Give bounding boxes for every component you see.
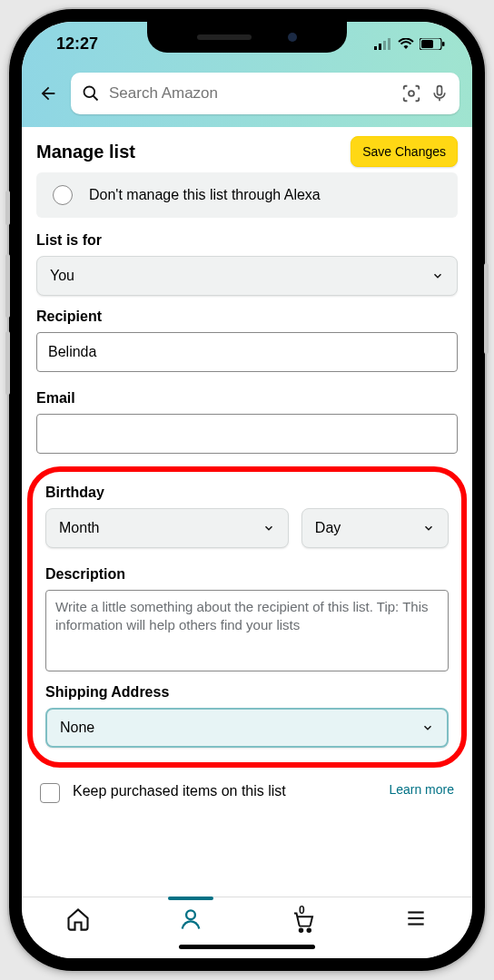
- microphone-icon[interactable]: [430, 83, 449, 103]
- birthday-label: Birthday: [45, 485, 449, 501]
- chevron-down-icon: [431, 270, 444, 282]
- shipping-address-select[interactable]: None: [45, 708, 449, 748]
- description-textarea[interactable]: Write a little something about the recip…: [45, 590, 449, 671]
- search-input[interactable]: [109, 84, 392, 103]
- bottom-tab-bar: 0: [22, 897, 472, 958]
- birthday-day-value: Day: [315, 520, 341, 536]
- wifi-icon: [398, 38, 414, 50]
- email-input[interactable]: [36, 414, 458, 454]
- save-changes-button[interactable]: Save Changes: [351, 136, 458, 167]
- svg-point-11: [186, 910, 195, 919]
- chevron-down-icon: [421, 721, 434, 734]
- cellular-icon: [374, 38, 392, 50]
- highlighted-section: Birthday Month Day Description Write a l…: [27, 466, 467, 768]
- chevron-down-icon: [422, 522, 435, 534]
- cart-icon: 0: [288, 906, 319, 934]
- svg-point-9: [409, 91, 414, 96]
- tab-home[interactable]: [55, 906, 101, 932]
- keep-items-checkbox[interactable]: [40, 783, 60, 803]
- svg-rect-6: [442, 42, 445, 46]
- chevron-down-icon: [262, 522, 275, 534]
- user-icon: [178, 906, 203, 932]
- cart-count: 0: [299, 904, 305, 916]
- description-label: Description: [45, 566, 449, 583]
- svg-rect-2: [383, 41, 386, 50]
- search-icon: [82, 84, 100, 103]
- svg-rect-10: [438, 86, 442, 95]
- shipping-label: Shipping Address: [45, 684, 449, 701]
- svg-point-7: [84, 87, 95, 98]
- recipient-input[interactable]: [36, 332, 458, 372]
- tab-account[interactable]: [168, 906, 213, 932]
- svg-point-12: [300, 929, 303, 933]
- phone-notch: [147, 22, 347, 53]
- hamburger-icon: [404, 906, 428, 930]
- tab-menu[interactable]: [393, 906, 439, 930]
- svg-rect-1: [379, 44, 381, 50]
- battery-icon: [420, 38, 445, 50]
- alexa-option-label: Don't manage this list through Alexa: [89, 187, 321, 203]
- keep-items-label: Keep purchased items on this list: [73, 782, 376, 801]
- svg-rect-5: [421, 40, 433, 48]
- svg-rect-0: [374, 46, 377, 50]
- svg-line-8: [94, 96, 98, 101]
- learn-more-link[interactable]: Learn more: [389, 782, 454, 797]
- list-for-value: You: [50, 268, 74, 284]
- camera-scan-icon[interactable]: [401, 83, 421, 103]
- recipient-label: Recipient: [36, 309, 458, 325]
- list-for-label: List is for: [36, 232, 458, 249]
- birthday-month-value: Month: [59, 520, 99, 536]
- svg-point-13: [308, 929, 311, 933]
- list-for-select[interactable]: You: [36, 256, 458, 296]
- search-field[interactable]: [71, 73, 459, 114]
- home-icon: [64, 906, 92, 932]
- home-indicator[interactable]: [179, 945, 315, 949]
- birthday-day-select[interactable]: Day: [301, 508, 449, 548]
- alexa-option-row[interactable]: Don't manage this list through Alexa: [36, 172, 458, 218]
- search-bar: [22, 65, 472, 127]
- page-title: Manage list: [36, 142, 135, 162]
- shipping-value: None: [60, 720, 94, 736]
- svg-rect-3: [388, 38, 390, 50]
- email-label: Email: [36, 390, 458, 407]
- birthday-month-select[interactable]: Month: [45, 508, 289, 548]
- back-arrow-icon[interactable]: [35, 83, 62, 103]
- status-time: 12:27: [56, 34, 98, 54]
- tab-cart[interactable]: 0: [281, 906, 326, 934]
- radio-icon[interactable]: [53, 185, 73, 205]
